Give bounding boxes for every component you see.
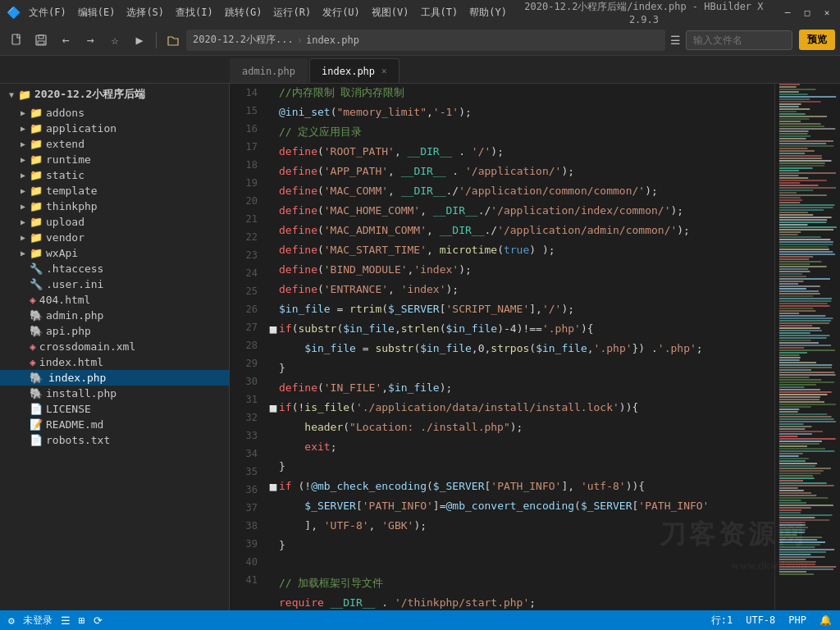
code-line-25: // 加载框架引导文件 <box>269 574 774 594</box>
git-icon: ⚙ <box>8 614 15 627</box>
extend-arrow: ▶ <box>16 139 30 148</box>
sidebar-item-addons[interactable]: ▶ 📁 addons <box>0 105 229 121</box>
menu-run[interactable]: 运行(R) <box>273 6 311 20</box>
menu-select[interactable]: 选择(S) <box>126 6 164 20</box>
code-line-8: define('MAC_START_TIME', microtime(true)… <box>269 241 774 261</box>
404-label: 404.html <box>39 294 91 306</box>
code-line-23: } <box>269 536 774 556</box>
code-editor[interactable]: 1415161718192021222324252627282930313233… <box>230 84 840 610</box>
code-line-0: //内存限制 取消内存限制 <box>269 84 774 103</box>
sidebar-item-static[interactable]: ▶ 📁 static <box>0 167 229 183</box>
static-folder-icon: 📁 <box>30 169 43 181</box>
sidebar-file-index-html[interactable]: ◈ index.html <box>0 354 229 370</box>
code-line-14: } <box>269 359 774 379</box>
status-bar-left: ⚙ 未登录 ☰ ⊞ ⟳ <box>8 614 103 628</box>
svg-rect-0 <box>12 34 20 44</box>
sidebar-item-thinkphp[interactable]: ▶ 📁 thinkphp <box>0 199 229 214</box>
robots-label: robots.txt <box>46 434 110 446</box>
menu-goto[interactable]: 跳转(G) <box>225 6 262 20</box>
sidebar-item-application[interactable]: ▶ 📁 application <box>0 121 229 136</box>
menu-view[interactable]: 视图(V) <box>372 6 409 20</box>
template-arrow: ▶ <box>16 186 30 195</box>
menu-edit[interactable]: 编辑(E) <box>78 6 116 20</box>
runtime-folder-icon: 📁 <box>30 153 43 166</box>
sidebar-file-404[interactable]: ◈ 404.html <box>0 292 229 308</box>
run-button[interactable]: ▶ <box>128 29 151 52</box>
thinkphp-arrow: ▶ <box>16 202 30 211</box>
forward-button[interactable]: → <box>79 29 102 52</box>
filter-icon[interactable]: ☰ <box>670 34 681 47</box>
sidebar-file-index-php[interactable]: 🐘 index.php <box>0 370 229 386</box>
save-button[interactable] <box>30 29 52 52</box>
menu-publish[interactable]: 发行(U) <box>322 6 360 20</box>
tab-admin-php-label: admin.php <box>242 66 295 77</box>
maximize-button[interactable]: □ <box>801 6 814 19</box>
sidebar-item-runtime[interactable]: ▶ 📁 runtime <box>0 152 229 167</box>
list-icon: ☰ <box>61 614 71 627</box>
404-file-icon: ◈ <box>30 294 36 306</box>
code-line-6: define('MAC_HOME_COMM', __DIR__./'/appli… <box>269 202 774 221</box>
application-arrow: ▶ <box>16 124 30 133</box>
tab-admin-php[interactable]: admin.php <box>230 58 308 83</box>
gutter-dot-1 <box>269 105 279 123</box>
sidebar-root[interactable]: ▼ 📁 2020-12.2小程序后端 <box>0 84 229 105</box>
runtime-label: runtime <box>46 153 91 166</box>
crossdomain-label: crossdomain.xml <box>39 340 135 353</box>
minimap-canvas <box>775 84 840 576</box>
breadcrumb-part1: 2020-12.2小程序... <box>193 33 294 47</box>
code-line-10: define('ENTRANCE', 'index'); <box>269 281 774 300</box>
sidebar-file-crossdomain[interactable]: ◈ crossdomain.xml <box>0 339 229 354</box>
preview-button[interactable]: 预览 <box>799 30 835 50</box>
bookmark-button[interactable]: ☆ <box>103 29 126 52</box>
code-line-11: $in_file = rtrim($_SERVER['SCRIPT_NAME']… <box>269 300 774 320</box>
sidebar-item-vendor[interactable]: ▶ 📁 vendor <box>0 230 229 245</box>
code-content[interactable]: //内存限制 取消内存限制 @ini_set("memory_limit",'-… <box>262 84 774 610</box>
status-bar: ⚙ 未登录 ☰ ⊞ ⟳ 行:1 UTF-8 PHP 🔔 <box>0 610 840 630</box>
menu-tools[interactable]: 工具(T) <box>421 6 459 20</box>
menu-bar[interactable]: 文件(F) 编辑(E) 选择(S) 查找(I) 跳转(G) 运行(R) 发行(U… <box>29 6 507 20</box>
back-button[interactable]: ← <box>54 29 77 52</box>
close-button[interactable]: ✕ <box>820 6 833 19</box>
sync-icon: ⟳ <box>94 614 103 627</box>
menu-find[interactable]: 查找(I) <box>176 6 213 20</box>
window-controls[interactable]: ─ □ ✕ <box>781 6 833 19</box>
vendor-folder-icon: 📁 <box>30 231 43 244</box>
root-folder-icon: 📁 <box>18 89 31 101</box>
search-input[interactable] <box>686 30 792 50</box>
new-file-button[interactable] <box>5 29 28 52</box>
crossdomain-file-icon: ◈ <box>30 340 36 353</box>
sidebar-item-template[interactable]: ▶ 📁 template <box>0 183 229 199</box>
sidebar-item-extend[interactable]: ▶ 📁 extend <box>0 136 229 152</box>
menu-help[interactable]: 帮助(Y) <box>469 6 507 20</box>
sidebar-file-readme[interactable]: 📝 README.md <box>0 417 229 432</box>
code-line-9: define('BIND_MODULE','index'); <box>269 261 774 281</box>
sidebar-file-api-php[interactable]: 🐘 api.php <box>0 323 229 339</box>
sidebar-item-wxapi[interactable]: ▶ 📁 wxApi <box>0 245 229 261</box>
tab-index-php[interactable]: index.php ✕ <box>309 58 399 83</box>
extend-label: extend <box>46 138 84 150</box>
folder-button[interactable] <box>162 29 185 52</box>
menu-file[interactable]: 文件(F) <box>29 6 66 20</box>
code-line-21: $_SERVER['PATH_INFO']=@mb_convert_encodi… <box>269 497 774 517</box>
gutter-dot-25 <box>269 576 279 594</box>
sidebar-item-upload[interactable]: ▶ 📁 upload <box>0 214 229 230</box>
gutter-dot-2 <box>269 125 279 143</box>
code-line-2: // 定义应用目录 <box>269 123 774 143</box>
application-label: application <box>46 122 116 135</box>
tab-index-php-close[interactable]: ✕ <box>381 66 387 76</box>
sidebar-file-robots[interactable]: 📄 robots.txt <box>0 432 229 448</box>
installphp-file-icon: 🐘 <box>30 387 43 399</box>
gutter-dot-6 <box>269 203 279 221</box>
sidebar-file-install-php[interactable]: 🐘 install.php <box>0 386 229 401</box>
gutter-dot-23 <box>269 538 279 556</box>
runtime-arrow: ▶ <box>16 155 30 164</box>
code-line-16: ⬜if(!is_file('./application/data/install… <box>269 399 774 418</box>
sidebar-file-userini[interactable]: 🔧 .user.ini <box>0 276 229 292</box>
sidebar-file-admin-php[interactable]: 🐘 admin.php <box>0 308 229 323</box>
sidebar-file-license[interactable]: 📄 LICENSE <box>0 401 229 417</box>
sidebar-root-label: 2020-12.2小程序后端 <box>34 87 145 102</box>
sidebar-file-htaccess[interactable]: 🔧 .htaccess <box>0 261 229 276</box>
htaccess-label: .htaccess <box>46 262 103 275</box>
minimize-button[interactable]: ─ <box>781 6 794 19</box>
upload-label: upload <box>46 216 84 228</box>
